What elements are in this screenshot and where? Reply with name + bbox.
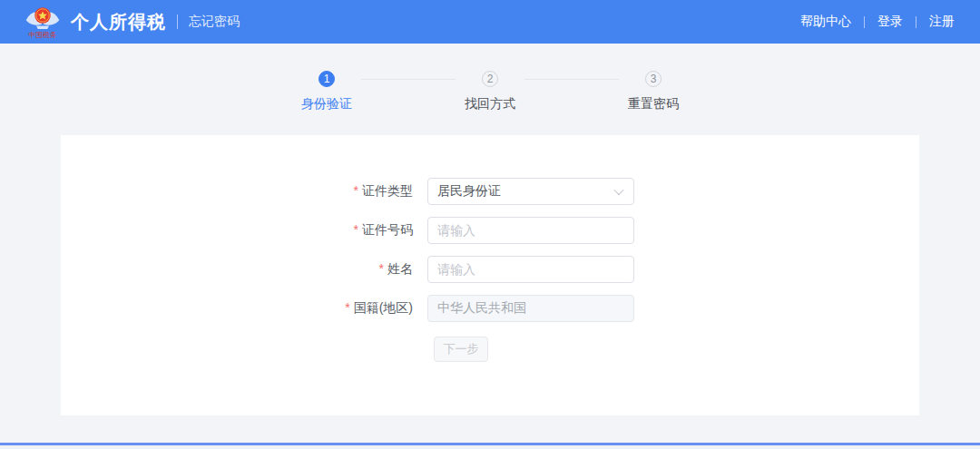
step-1-label: 身份验证 xyxy=(301,96,352,112)
certificate-type-label: *证件类型 xyxy=(304,183,413,200)
field-label-text: 姓名 xyxy=(387,261,413,276)
required-mark: * xyxy=(345,300,349,315)
form-row-certificate-type: *证件类型 居民身份证 xyxy=(304,178,634,205)
form-row-certificate-number: *证件号码 xyxy=(304,217,634,244)
form-row-nationality: *国籍(地区) xyxy=(304,295,634,322)
step-2-label: 找回方式 xyxy=(465,96,515,112)
step-reset-password: 3 重置密码 xyxy=(619,71,688,112)
nationality-label: *国籍(地区) xyxy=(304,300,413,317)
china-tax-emblem-icon: 中国税务 xyxy=(24,4,62,40)
stepper-connector xyxy=(361,79,456,80)
certificate-type-select[interactable]: 居民身份证 xyxy=(427,178,634,205)
required-mark: * xyxy=(379,261,384,276)
step-retrieval-method: 2 找回方式 xyxy=(456,71,524,112)
top-nav: 帮助中心 登录 注册 xyxy=(800,14,955,30)
help-center-link[interactable]: 帮助中心 xyxy=(800,14,851,30)
nav-divider xyxy=(916,16,916,28)
step-2-circle: 2 xyxy=(482,71,498,87)
certificate-type-value: 居民身份证 xyxy=(437,183,501,200)
field-label-text: 证件号码 xyxy=(362,222,413,237)
step-3-label: 重置密码 xyxy=(628,96,679,112)
app-title: 个人所得税 xyxy=(71,10,166,34)
nationality-input xyxy=(427,295,634,322)
form-row-name: *姓名 xyxy=(304,256,634,283)
register-link[interactable]: 注册 xyxy=(929,14,955,30)
brand: 中国税务 个人所得税 忘记密码 xyxy=(24,4,240,40)
next-step-button[interactable]: 下一步 xyxy=(434,337,488,362)
bottom-accent-line xyxy=(0,443,980,449)
name-input[interactable] xyxy=(427,256,634,283)
chevron-down-icon xyxy=(613,185,623,195)
step-3-circle: 3 xyxy=(645,71,662,87)
forgot-password-page: 中国税务 个人所得税 忘记密码 帮助中心 登录 注册 1 身份验证 2 找回方式… xyxy=(0,0,980,415)
field-label-text: 证件类型 xyxy=(362,183,413,198)
login-link[interactable]: 登录 xyxy=(877,14,903,30)
nav-divider xyxy=(864,16,865,28)
page-subtitle: 忘记密码 xyxy=(189,14,240,30)
step-identity-verification: 1 身份验证 xyxy=(292,71,361,112)
title-divider xyxy=(177,15,178,29)
form-card: *证件类型 居民身份证 *证件号码 *姓名 *国籍(地区) 下一步 xyxy=(61,135,919,415)
stepper-connector xyxy=(524,79,619,80)
header: 中国税务 个人所得税 忘记密码 帮助中心 登录 注册 xyxy=(0,0,980,44)
identity-form: *证件类型 居民身份证 *证件号码 *姓名 *国籍(地区) 下一步 xyxy=(304,135,634,362)
name-label: *姓名 xyxy=(304,261,413,278)
required-mark: * xyxy=(354,183,358,198)
field-label-text: 国籍(地区) xyxy=(354,300,413,315)
step-1-circle: 1 xyxy=(318,71,335,87)
certificate-number-label: *证件号码 xyxy=(304,222,413,239)
required-mark: * xyxy=(354,222,358,237)
logo-caption: 中国税务 xyxy=(28,31,57,39)
stepper: 1 身份验证 2 找回方式 3 重置密码 xyxy=(0,71,980,112)
certificate-number-input[interactable] xyxy=(427,217,634,244)
